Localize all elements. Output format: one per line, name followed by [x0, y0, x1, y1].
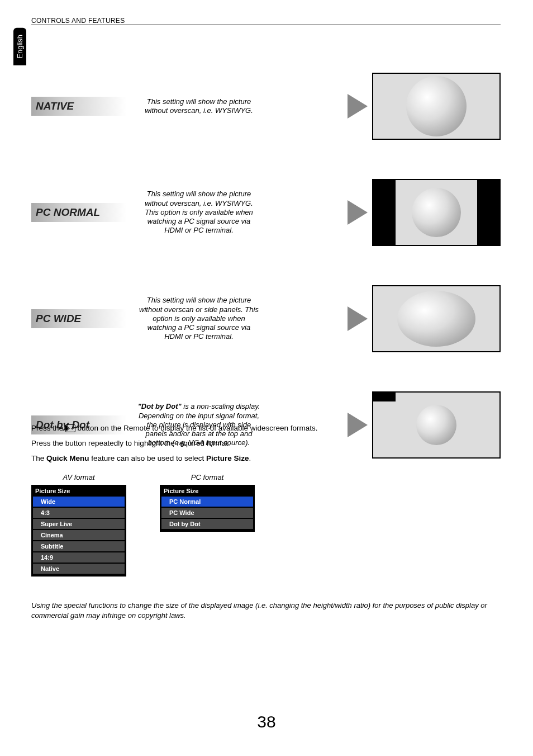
page-number: 38	[0, 712, 533, 731]
menu-item: Subtitle	[33, 541, 125, 551]
mode-desc-pc-normal: This setting will show the picture witho…	[137, 190, 260, 235]
menu-header: Picture Size	[160, 485, 254, 497]
menu-box: Picture Size Wide4:3Super LiveCinemaSubt…	[31, 485, 126, 577]
arrow-icon	[348, 200, 368, 225]
mode-row-pc-wide: PC WIDE This setting will show the pictu…	[31, 285, 501, 352]
mode-row-pc-normal: PC NORMAL This setting will show the pic…	[31, 179, 501, 246]
picture-size-button-icon	[65, 424, 75, 432]
text: Press the	[31, 424, 65, 432]
menu-item: 14:9	[33, 552, 125, 563]
menu-item: Cinema	[33, 530, 125, 540]
language-tab: English	[13, 28, 26, 65]
arrow-icon	[348, 306, 368, 331]
menu-pc-format: PC format Picture Size PC NormalPC WideD…	[160, 473, 255, 577]
header-rule	[31, 25, 501, 25]
mode-label-pc-normal: PC NORMAL	[31, 203, 126, 222]
screen-preview	[372, 179, 501, 246]
text: feature can also be used to select	[89, 454, 206, 462]
mode-desc-prefix: "Dot by Dot"	[138, 402, 182, 410]
menu-item: 4:3	[33, 508, 125, 518]
mode-desc-native: This setting will show the picture witho…	[137, 97, 260, 116]
menu-item: Super Live	[33, 519, 125, 529]
mode-vis-pc-normal	[272, 179, 501, 246]
section-header: CONTROLS AND FEATURES	[31, 17, 125, 25]
screen-preview	[372, 285, 501, 352]
menu-box: Picture Size PC NormalPC WideDot by Dot	[160, 485, 255, 532]
text: Quick Menu	[46, 454, 89, 462]
instruction-line-3: The Quick Menu feature can also be used …	[31, 453, 501, 465]
menu-caption: AV format	[31, 473, 126, 481]
instructions: Press the button on the Remote to displa…	[31, 423, 501, 468]
mode-vis-native	[272, 73, 501, 140]
menu-item: Wide	[33, 497, 125, 507]
text: The	[31, 454, 46, 462]
menu-item: Dot by Dot	[161, 519, 253, 529]
instruction-line-1: Press the button on the Remote to displa…	[31, 423, 501, 434]
instruction-line-2: Press the button repeatedly to highlight…	[31, 438, 501, 450]
picture-modes: NATIVE This setting will show the pictur…	[31, 73, 501, 459]
mode-desc-pc-wide: This setting will show the picture witho…	[137, 296, 260, 341]
circle-icon	[412, 188, 461, 237]
mode-label-native: NATIVE	[31, 97, 126, 116]
copyright-footnote: Using the special functions to change th…	[31, 601, 501, 620]
menu-item: PC Normal	[161, 497, 253, 507]
menu-av-format: AV format Picture Size Wide4:3Super Live…	[31, 473, 126, 577]
circle-icon	[406, 76, 467, 136]
mode-row-native: NATIVE This setting will show the pictur…	[31, 73, 501, 140]
menu-item: PC Wide	[161, 508, 253, 518]
mode-label-pc-wide: PC WIDE	[31, 309, 126, 328]
mode-vis-pc-wide	[272, 285, 501, 352]
screen-preview	[372, 73, 501, 140]
menu-caption: PC format	[160, 473, 255, 481]
menu-item: Native	[33, 564, 125, 574]
ellipse-icon	[397, 291, 475, 347]
text: button on the Remote to display the list…	[78, 424, 318, 432]
text: .	[249, 454, 251, 462]
arrow-icon	[348, 94, 368, 119]
menu-header: Picture Size	[32, 485, 126, 497]
menu-previews: AV format Picture Size Wide4:3Super Live…	[31, 473, 255, 577]
text: Picture Size	[206, 454, 249, 462]
